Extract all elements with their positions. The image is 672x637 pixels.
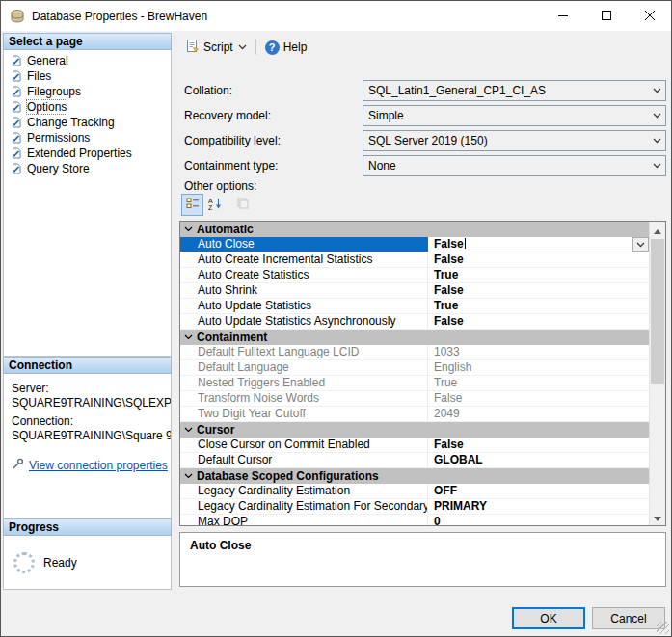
- property-value-text: False: [434, 314, 464, 328]
- sidebar-item-filegroups[interactable]: Filegroups: [4, 84, 171, 99]
- property-name[interactable]: Legacy Cardinality Estimation: [180, 484, 428, 498]
- help-button[interactable]: ? Help: [260, 38, 312, 58]
- recovery-model-combobox[interactable]: Simple: [363, 105, 666, 126]
- category-row-automatic[interactable]: Automatic: [180, 222, 649, 237]
- property-value[interactable]: True: [428, 299, 649, 313]
- sidebar-item-options[interactable]: Options: [4, 99, 171, 115]
- property-name[interactable]: Nested Triggers Enabled: [180, 376, 428, 390]
- category-label: Automatic: [197, 223, 254, 236]
- property-value[interactable]: OFF: [428, 484, 649, 498]
- property-row-transform-noise-words[interactable]: Transform Noise WordsFalse: [180, 391, 649, 407]
- close-button[interactable]: [628, 1, 671, 31]
- connection-panel: Server: SQUARE9TRAINING\SQLEXPRE Connect…: [3, 374, 172, 518]
- field-label: Compatibility level:: [184, 134, 281, 147]
- property-name[interactable]: Auto Shrink: [180, 283, 428, 298]
- scroll-thumb[interactable]: [651, 239, 664, 384]
- chevron-down-icon[interactable]: [648, 88, 665, 93]
- property-name[interactable]: Default Cursor: [180, 453, 428, 467]
- view-connection-properties-link[interactable]: View connection properties: [29, 459, 168, 472]
- maximize-icon: [602, 10, 611, 23]
- property-row-auto-close[interactable]: Auto CloseFalse: [180, 237, 649, 252]
- compatibility-level-combobox[interactable]: SQL Server 2019 (150): [363, 130, 666, 151]
- category-row-cursor[interactable]: Cursor: [180, 422, 649, 438]
- chevron-down-icon[interactable]: [648, 113, 665, 119]
- property-row-max-dop[interactable]: Max DOP0: [180, 515, 649, 525]
- property-row-close-cursor-on-commit-enabled[interactable]: Close Cursor on Commit EnabledFalse: [180, 438, 649, 453]
- scroll-down-button[interactable]: [650, 509, 665, 525]
- property-name[interactable]: Auto Update Statistics Asynchronously: [180, 314, 428, 329]
- property-value-text: PRIMARY: [434, 499, 487, 513]
- combobox-value: Simple: [363, 109, 648, 122]
- property-row-auto-update-statistics[interactable]: Auto Update StatisticsTrue: [180, 299, 649, 314]
- sidebar-item-change-tracking[interactable]: Change Tracking: [4, 115, 171, 130]
- property-row-legacy-cardinality-estimation-for-secondary[interactable]: Legacy Cardinality Estimation For Second…: [180, 499, 649, 515]
- property-name[interactable]: Auto Close: [180, 237, 428, 252]
- property-row-legacy-cardinality-estimation[interactable]: Legacy Cardinality EstimationOFF: [180, 484, 649, 499]
- property-name[interactable]: Auto Create Statistics: [180, 268, 428, 282]
- property-value[interactable]: 0: [428, 515, 649, 525]
- categorized-button[interactable]: [181, 194, 203, 216]
- property-name[interactable]: Auto Create Incremental Statistics: [180, 252, 428, 267]
- ok-button[interactable]: OK: [512, 607, 585, 629]
- property-value[interactable]: False: [428, 391, 649, 406]
- collapse-icon: [180, 473, 197, 479]
- property-value[interactable]: False: [428, 438, 649, 452]
- caption-buttons: [541, 1, 671, 31]
- sidebar-item-query-store[interactable]: Query Store: [4, 161, 171, 176]
- chevron-down-icon[interactable]: [648, 138, 665, 144]
- category-row-containment[interactable]: Containment: [180, 330, 649, 345]
- property-row-default-cursor[interactable]: Default CursorGLOBAL: [180, 453, 649, 468]
- property-name[interactable]: Auto Update Statistics: [180, 299, 428, 313]
- property-value[interactable]: GLOBAL: [428, 453, 649, 467]
- sidebar-item-general[interactable]: General: [4, 53, 171, 68]
- property-value[interactable]: False: [428, 252, 649, 267]
- property-row-auto-update-statistics-asynchronously[interactable]: Auto Update Statistics AsynchronouslyFal…: [180, 314, 649, 330]
- value-dropdown-button[interactable]: [632, 237, 649, 252]
- containment-type-combobox[interactable]: None: [363, 155, 666, 176]
- property-row-two-digit-year-cutoff[interactable]: Two Digit Year Cutoff2049: [180, 407, 649, 422]
- property-value[interactable]: 1033: [428, 345, 649, 359]
- property-value[interactable]: PRIMARY: [428, 499, 649, 514]
- property-row-default-language[interactable]: Default LanguageEnglish: [180, 360, 649, 376]
- property-pages-button: [231, 194, 254, 216]
- property-value-text: True: [434, 268, 458, 281]
- property-name[interactable]: Two Digit Year Cutoff: [180, 407, 428, 421]
- sidebar-item-permissions[interactable]: Permissions: [4, 130, 171, 146]
- property-row-nested-triggers-enabled[interactable]: Nested Triggers EnabledTrue: [180, 376, 649, 391]
- property-value[interactable]: English: [428, 360, 649, 375]
- category-row-database-scoped-configurations[interactable]: Database Scoped Configurations: [180, 468, 649, 484]
- chevron-down-icon[interactable]: [648, 163, 665, 169]
- property-value[interactable]: False: [428, 237, 649, 252]
- property-row-auto-create-incremental-statistics[interactable]: Auto Create Incremental StatisticsFalse: [180, 252, 649, 268]
- scroll-up-button[interactable]: [650, 222, 665, 238]
- property-name[interactable]: Legacy Cardinality Estimation For Second…: [180, 499, 428, 514]
- property-value[interactable]: 2049: [428, 407, 649, 421]
- property-name[interactable]: Transform Noise Words: [180, 391, 428, 406]
- sidebar-item-files[interactable]: Files: [4, 68, 171, 84]
- property-row-auto-shrink[interactable]: Auto ShrinkFalse: [180, 283, 649, 299]
- category-label: Containment: [197, 331, 267, 344]
- property-name[interactable]: Default Fulltext Language LCID: [180, 345, 428, 359]
- grid-scrollbar[interactable]: [649, 222, 665, 525]
- property-name[interactable]: Max DOP: [180, 515, 428, 525]
- property-row-default-fulltext-language-lcid[interactable]: Default Fulltext Language LCID1033: [180, 345, 649, 360]
- property-value-text: False: [434, 438, 464, 451]
- property-value[interactable]: False: [428, 314, 649, 329]
- property-value-text: False: [434, 252, 464, 266]
- minimize-button[interactable]: [541, 1, 584, 31]
- maximize-button[interactable]: [584, 1, 628, 31]
- collapse-icon: [180, 334, 197, 340]
- property-value[interactable]: True: [428, 268, 649, 282]
- cancel-button[interactable]: Cancel: [592, 607, 665, 629]
- property-name[interactable]: Default Language: [180, 360, 428, 375]
- resize-grip[interactable]: [657, 622, 669, 634]
- property-value[interactable]: False: [428, 283, 649, 298]
- property-row-auto-create-statistics[interactable]: Auto Create StatisticsTrue: [180, 268, 649, 283]
- sidebar-item-extended-properties[interactable]: Extended Properties: [4, 146, 171, 161]
- property-name[interactable]: Close Cursor on Commit Enabled: [180, 438, 428, 452]
- collation-combobox[interactable]: SQL_Latin1_General_CP1_CI_AS: [363, 80, 666, 101]
- property-value[interactable]: True: [428, 376, 649, 390]
- alphabetical-button[interactable]: AZ: [203, 194, 226, 216]
- script-button[interactable]: Script: [180, 36, 252, 59]
- page-icon: [11, 101, 22, 113]
